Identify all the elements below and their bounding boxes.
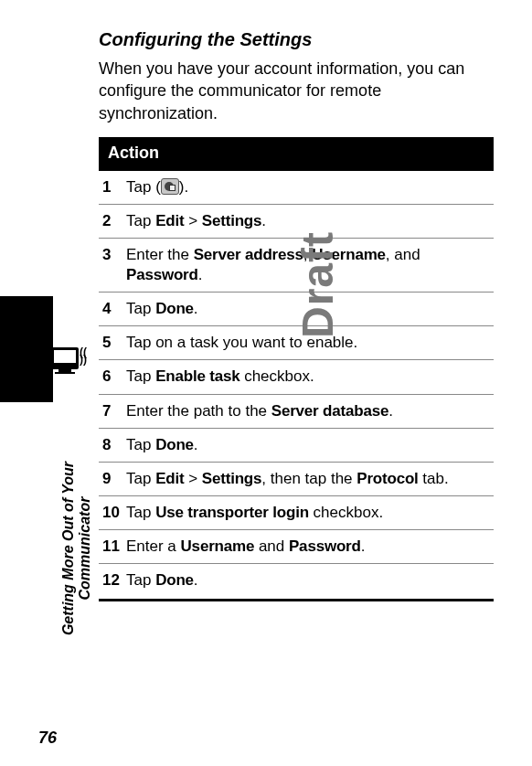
page-number: 76 — [38, 729, 57, 748]
step-number: 12 — [102, 570, 126, 590]
step-text: Enter the path to the Server database. — [126, 401, 393, 421]
step-number: 3 — [102, 245, 126, 265]
step-row: 1Tap (). — [99, 169, 494, 205]
step-text: Tap Done. — [126, 299, 198, 319]
step-text: Enter a Username and Password. — [126, 537, 365, 557]
step-text: Tap Enable task checkbox. — [126, 367, 314, 387]
step-row: 12Tap Done. — [99, 564, 494, 597]
section-title: Configuring the Settings — [99, 29, 494, 50]
action-header: Action — [99, 137, 494, 169]
step-number: 2 — [102, 211, 126, 231]
step-number: 5 — [102, 333, 126, 353]
step-number: 1 — [102, 177, 126, 197]
step-row: 10Tap Use transporter login checkbox. — [99, 496, 494, 530]
chapter-label: Getting More Out of YourCommunicator — [60, 448, 94, 649]
step-text: Tap Edit > Settings, then tap the Protoc… — [126, 469, 449, 489]
end-rule — [99, 599, 494, 601]
step-row: 7Enter the path to the Server database. — [99, 395, 494, 429]
computer-sync-icon: (( )) — [51, 344, 93, 386]
step-text: Tap Edit > Settings. — [126, 211, 266, 231]
step-text: Tap Done. — [126, 570, 198, 590]
step-number: 10 — [102, 503, 126, 523]
chapter-tab — [0, 296, 53, 402]
draft-watermark: Draft — [293, 231, 343, 338]
step-row: 11Enter a Username and Password. — [99, 530, 494, 564]
step-row: 8Tap Done. — [99, 429, 494, 463]
intro-text: When you have your account information, … — [99, 58, 494, 124]
step-number: 11 — [102, 537, 126, 557]
step-number: 6 — [102, 367, 126, 387]
sync-app-icon — [161, 178, 179, 195]
step-number: 4 — [102, 299, 126, 319]
step-row: 6Tap Enable task checkbox. — [99, 360, 494, 394]
step-text: Tap Done. — [126, 435, 198, 455]
step-row: 9Tap Edit > Settings, then tap the Proto… — [99, 463, 494, 496]
step-number: 8 — [102, 435, 126, 455]
step-text: Tap Use transporter login checkbox. — [126, 503, 383, 523]
step-number: 9 — [102, 469, 126, 489]
step-number: 7 — [102, 401, 126, 421]
step-text: Tap (). — [126, 177, 188, 197]
